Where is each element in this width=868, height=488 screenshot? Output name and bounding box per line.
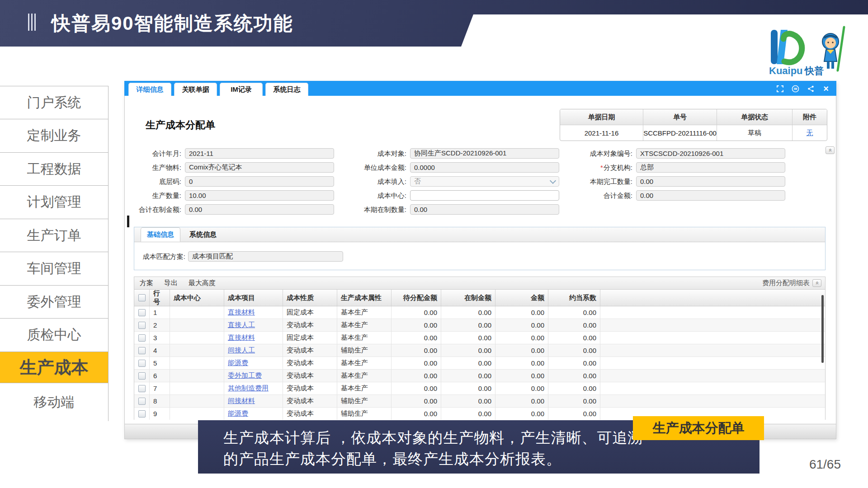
row-checkbox[interactable]	[138, 309, 146, 316]
cost-item-link[interactable]: 其他制造费用	[228, 384, 269, 393]
field-input-col3-1[interactable]: 总部	[636, 162, 785, 173]
cell-item: 间接材料	[224, 395, 283, 407]
field-input-col1-3[interactable]: 10.00	[185, 190, 334, 201]
header-table-value-3[interactable]: 无	[792, 125, 827, 141]
svg-text:IM: IM	[793, 87, 797, 90]
subtab-0[interactable]: 基础信息	[141, 227, 180, 242]
row-checkbox[interactable]	[138, 410, 146, 418]
field-value-col3-2: 0.00	[640, 178, 781, 185]
field-value-col2-4: 0.00	[414, 206, 555, 213]
header-info-table: 单据日期单号单据状态附件 2021-11-16SCCBFPD-20211116-…	[560, 109, 827, 141]
cell-coef: 0.00	[548, 408, 600, 420]
cell-pending: 0.00	[392, 382, 441, 394]
grid-toolbar-button-1[interactable]: 导出	[164, 279, 178, 287]
cell-wip: 0.00	[441, 395, 495, 407]
cost-item-link[interactable]: 能源费	[228, 409, 248, 418]
sidebar-item-2[interactable]: 工程数据	[0, 152, 108, 185]
tab-1[interactable]: 关联单据	[174, 83, 217, 96]
row-checkbox[interactable]	[138, 360, 146, 367]
sidebar-item-4[interactable]: 生产订单	[0, 219, 108, 252]
im-icon[interactable]: IM	[791, 84, 799, 93]
cell-item: 直接材料	[224, 332, 283, 344]
field-input-col1-0[interactable]: 2021-11	[185, 148, 334, 159]
match-scheme-label: 成本匹配方案:	[134, 251, 185, 262]
cost-item-link[interactable]: 能源费	[228, 359, 248, 367]
sidebar-item-5[interactable]: 车间管理	[0, 252, 108, 285]
row-checkbox[interactable]	[138, 347, 146, 354]
field-label-col3-0: 成本对象编号:	[560, 148, 632, 159]
field-input-col1-4[interactable]: 0.00	[185, 204, 334, 215]
grid-header-pending: 待分配金额	[392, 290, 441, 306]
sidebar-item-3[interactable]: 计划管理	[0, 185, 108, 219]
tab-0[interactable]: 详细信息	[128, 83, 171, 96]
cell-wip: 0.00	[441, 332, 495, 344]
field-input-col2-1[interactable]: 0.0000	[410, 162, 559, 173]
share-icon[interactable]	[807, 84, 815, 93]
grid-toolbar: 方案导出最大高度 费用分配明细表 »	[134, 277, 825, 290]
sidebar-item-1[interactable]: 定制业务	[0, 119, 108, 152]
fullscreen-icon[interactable]	[776, 84, 784, 93]
row-checkbox[interactable]	[138, 322, 146, 329]
field-input-col1-2[interactable]: 0	[185, 176, 334, 187]
attachment-link[interactable]: 无	[807, 129, 813, 137]
field-label-col3-3: 合计金额:	[560, 190, 632, 201]
cell-coef: 0.00	[548, 382, 600, 394]
header-table-head: 单据日期单号单据状态附件	[560, 109, 827, 125]
sidebar-item-7[interactable]: 质检中心	[0, 318, 108, 352]
field-input-col3-3[interactable]: 0.00	[636, 190, 785, 201]
field-input-col2-0[interactable]: 协同生产SCDD-20210926-001	[410, 148, 559, 159]
close-icon[interactable]: ×	[822, 84, 830, 93]
grid-body: 1直接材料固定成本基本生产0.000.000.000.002直接人工变动成本基本…	[134, 306, 825, 420]
sidebar-item-9[interactable]: 移动端	[0, 383, 108, 421]
cell-wip: 0.00	[441, 408, 495, 420]
grid-toolbar-button-2[interactable]: 最大高度	[189, 279, 216, 287]
cost-item-link[interactable]: 直接材料	[228, 308, 255, 317]
cost-item-link[interactable]: 直接人工	[228, 321, 255, 329]
cost-item-link[interactable]: 直接材料	[228, 333, 255, 342]
cell-cost_center	[170, 395, 224, 407]
subtab-1[interactable]: 系统信息	[183, 227, 223, 242]
cost-item-link[interactable]: 委外加工费	[228, 371, 262, 380]
field-input-col3-2[interactable]: 0.00	[636, 176, 785, 187]
cell-cost_center	[170, 332, 224, 344]
header-table-col-2: 单据状态	[717, 109, 792, 125]
sidebar-item-8[interactable]: 生产成本	[0, 352, 108, 383]
grid-toolbar-button-0[interactable]: 方案	[140, 279, 153, 287]
row-checkbox[interactable]	[138, 372, 146, 380]
cell-pending: 0.00	[392, 408, 441, 420]
row-checkbox[interactable]	[138, 385, 146, 392]
tab-2[interactable]: IM记录	[220, 83, 263, 96]
sidebar-item-0[interactable]: 门户系统	[0, 86, 108, 119]
field-label-col3-1: *分支机构:	[560, 162, 632, 173]
cell-attr: 辅助生产	[337, 395, 392, 407]
cell-attr: 基本生产	[337, 370, 392, 382]
cost-item-link[interactable]: 间接人工	[228, 346, 255, 355]
field-input-col2-2[interactable]: 否	[410, 176, 559, 187]
slide-title: 快普易90智能制造系统功能	[52, 11, 293, 36]
field-input-col1-1[interactable]: Comix齐心笔记本	[185, 162, 334, 173]
cell-filler	[600, 332, 825, 344]
cell-no: 4	[150, 344, 170, 357]
cell-cost_center	[170, 306, 224, 319]
field-label-col1-3: 生产数量:	[109, 190, 181, 201]
tab-3[interactable]: 系统日志	[265, 83, 308, 96]
cell-sel	[134, 382, 150, 394]
panel-splitter-handle[interactable]	[127, 216, 129, 227]
row-checkbox[interactable]	[138, 398, 146, 405]
sidebar-item-6[interactable]: 委外管理	[0, 285, 108, 318]
collapse-grid-button[interactable]: »	[812, 279, 821, 287]
match-scheme-input[interactable]: 成本项目匹配	[188, 251, 343, 262]
field-input-col2-4[interactable]: 0.00	[410, 204, 559, 215]
grid-scrollbar-thumb[interactable]	[821, 295, 824, 363]
select-all-checkbox[interactable]	[138, 294, 146, 301]
collapse-header-button[interactable]: »	[826, 146, 835, 154]
cell-cost_center	[170, 370, 224, 382]
cost-item-link[interactable]: 间接材料	[228, 397, 255, 405]
field-input-col2-3[interactable]	[410, 190, 559, 201]
row-checkbox[interactable]	[138, 334, 146, 342]
cell-wip: 0.00	[441, 306, 495, 319]
grid-header-amount: 金额	[495, 290, 548, 306]
cell-coef: 0.00	[548, 344, 600, 357]
mascot-monkey-king	[822, 27, 844, 70]
field-input-col3-0[interactable]: XTSCSCDD-20210926-001	[636, 148, 785, 159]
